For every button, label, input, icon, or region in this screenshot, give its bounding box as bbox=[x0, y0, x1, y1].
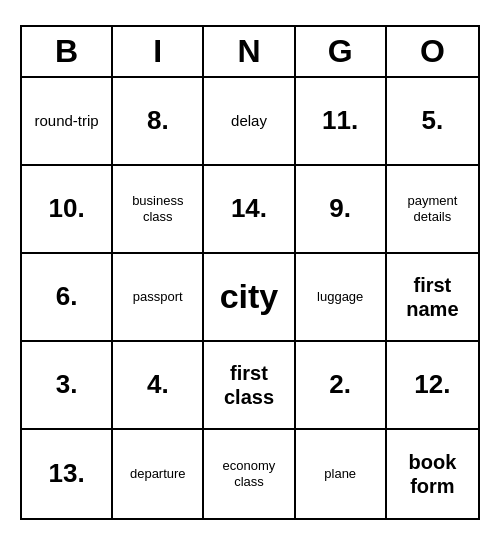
bingo-cell: 10. bbox=[22, 166, 113, 254]
cell-text: delay bbox=[231, 112, 267, 130]
cell-text: book form bbox=[391, 450, 474, 498]
header-letter: N bbox=[204, 27, 295, 76]
header-letter: O bbox=[387, 27, 478, 76]
bingo-cell: 11. bbox=[296, 78, 387, 166]
bingo-cell: city bbox=[204, 254, 295, 342]
bingo-cell: delay bbox=[204, 78, 295, 166]
cell-text: payment details bbox=[391, 193, 474, 224]
bingo-grid: round-trip8.delay11.5.10.business class1… bbox=[22, 78, 478, 518]
bingo-cell: 14. bbox=[204, 166, 295, 254]
cell-text: business class bbox=[117, 193, 198, 224]
cell-text: plane bbox=[324, 466, 356, 482]
header-letter: G bbox=[296, 27, 387, 76]
bingo-cell: 6. bbox=[22, 254, 113, 342]
bingo-header: BINGO bbox=[22, 27, 478, 78]
header-letter: B bbox=[22, 27, 113, 76]
cell-text: 3. bbox=[56, 369, 78, 400]
bingo-cell: 8. bbox=[113, 78, 204, 166]
cell-text: round-trip bbox=[34, 112, 98, 130]
bingo-cell: 4. bbox=[113, 342, 204, 430]
bingo-cell: plane bbox=[296, 430, 387, 518]
header-letter: I bbox=[113, 27, 204, 76]
cell-text: city bbox=[220, 276, 279, 317]
bingo-cell: economy class bbox=[204, 430, 295, 518]
bingo-cell: book form bbox=[387, 430, 478, 518]
cell-text: 5. bbox=[422, 105, 444, 136]
cell-text: first class bbox=[208, 361, 289, 409]
cell-text: 6. bbox=[56, 281, 78, 312]
cell-text: 9. bbox=[329, 193, 351, 224]
bingo-card: BINGO round-trip8.delay11.5.10.business … bbox=[20, 25, 480, 520]
cell-text: first name bbox=[391, 273, 474, 321]
bingo-cell: 12. bbox=[387, 342, 478, 430]
cell-text: passport bbox=[133, 289, 183, 305]
cell-text: 4. bbox=[147, 369, 169, 400]
bingo-cell: payment details bbox=[387, 166, 478, 254]
bingo-cell: 13. bbox=[22, 430, 113, 518]
bingo-cell: luggage bbox=[296, 254, 387, 342]
cell-text: 11. bbox=[322, 105, 358, 136]
cell-text: 8. bbox=[147, 105, 169, 136]
cell-text: 13. bbox=[49, 458, 85, 489]
cell-text: 10. bbox=[49, 193, 85, 224]
bingo-cell: first class bbox=[204, 342, 295, 430]
cell-text: 2. bbox=[329, 369, 351, 400]
bingo-cell: round-trip bbox=[22, 78, 113, 166]
bingo-cell: first name bbox=[387, 254, 478, 342]
bingo-cell: 2. bbox=[296, 342, 387, 430]
cell-text: luggage bbox=[317, 289, 363, 305]
bingo-cell: 5. bbox=[387, 78, 478, 166]
cell-text: 12. bbox=[414, 369, 450, 400]
bingo-cell: business class bbox=[113, 166, 204, 254]
cell-text: 14. bbox=[231, 193, 267, 224]
cell-text: departure bbox=[130, 466, 186, 482]
bingo-cell: 3. bbox=[22, 342, 113, 430]
bingo-cell: departure bbox=[113, 430, 204, 518]
cell-text: economy class bbox=[208, 458, 289, 489]
bingo-cell: passport bbox=[113, 254, 204, 342]
bingo-cell: 9. bbox=[296, 166, 387, 254]
